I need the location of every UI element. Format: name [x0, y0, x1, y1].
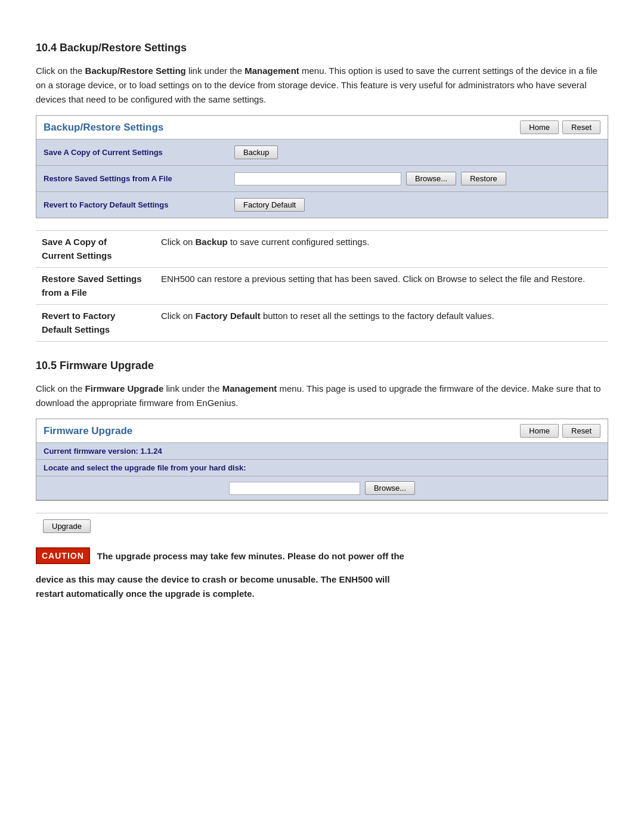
desc-term-save: Save A Copy ofCurrent Settings	[36, 231, 155, 268]
firmware-version-row: Current firmware version: 1.1.24	[36, 443, 608, 460]
caution-section: CAUTION The upgrade process may take few…	[36, 547, 608, 609]
restore-row: Restore Saved Settings from A File Brows…	[36, 166, 608, 192]
backup-save-row: Save A Copy of Current Settings Backup	[36, 140, 608, 166]
desc-def-restore: ENH500 can restore a previous setting th…	[155, 268, 608, 305]
backup-panel-title: Backup/Restore Settings	[44, 122, 163, 134]
backup-save-content: Backup	[234, 145, 600, 159]
backup-panel-reset-button[interactable]: Reset	[562, 120, 600, 134]
backup-save-label: Save A Copy of Current Settings	[44, 148, 234, 157]
firmware-reset-button[interactable]: Reset	[562, 424, 600, 438]
firmware-locate-label: Locate and select the upgrade file from …	[44, 463, 246, 472]
firmware-home-button[interactable]: Home	[520, 424, 559, 438]
factory-default-row: Revert to Factory Default Settings Facto…	[36, 192, 608, 218]
desc-def-save: Click on Backup to save current configur…	[155, 231, 608, 268]
firmware-locate-row: Locate and select the upgrade file from …	[36, 460, 608, 476]
backup-panel-home-button[interactable]: Home	[520, 120, 559, 134]
factory-default-button[interactable]: Factory Default	[234, 198, 305, 212]
restore-browse-button[interactable]: Browse...	[406, 172, 456, 185]
restore-label: Restore Saved Settings from A File	[44, 174, 234, 183]
restore-button[interactable]: Restore	[461, 172, 506, 185]
factory-default-label: Revert to Factory Default Settings	[44, 200, 234, 209]
desc-term-factory: Revert to FactoryDefault Settings	[36, 305, 155, 342]
section2-intro: Click on the Firmware Upgrade link under…	[36, 382, 608, 410]
section-heading-1: 10.4 Backup/Restore Settings	[36, 42, 608, 54]
firmware-browse-button[interactable]: Browse...	[365, 481, 415, 495]
backup-restore-panel: Backup/Restore Settings Home Reset Save …	[36, 115, 608, 218]
caution-header: CAUTION The upgrade process may take few…	[36, 547, 608, 564]
firmware-file-input[interactable]	[229, 482, 360, 495]
restore-content: Browse... Restore	[234, 172, 600, 185]
backup-panel-header-buttons: Home Reset	[520, 120, 600, 134]
caution-badge: CAUTION	[36, 547, 90, 564]
desc-def-factory: Click on Factory Default button to reset…	[155, 305, 608, 342]
firmware-panel: Firmware Upgrade Home Reset Current firm…	[36, 419, 608, 501]
backup-panel-header: Backup/Restore Settings Home Reset	[36, 116, 608, 140]
desc-row-restore: Restore Saved Settingsfrom a File ENH500…	[36, 268, 608, 305]
firmware-version-label: Current firmware version: 1.1.24	[44, 447, 162, 456]
desc-row-factory: Revert to FactoryDefault Settings Click …	[36, 305, 608, 342]
backup-button[interactable]: Backup	[234, 145, 278, 159]
firmware-panel-header-buttons: Home Reset	[520, 424, 600, 438]
factory-default-content: Factory Default	[234, 198, 600, 212]
section1-intro: Click on the Backup/Restore Setting link…	[36, 64, 608, 107]
desc-term-restore: Restore Saved Settingsfrom a File	[36, 268, 155, 305]
firmware-panel-header: Firmware Upgrade Home Reset	[36, 419, 608, 443]
backup-desc-table: Save A Copy ofCurrent Settings Click on …	[36, 230, 608, 342]
firmware-browse-row: Browse...	[36, 476, 608, 500]
restore-file-input[interactable]	[234, 172, 401, 185]
upgrade-button[interactable]: Upgrade	[43, 519, 91, 533]
caution-body-text: device as this may cause the device to c…	[36, 572, 608, 601]
firmware-browse-inner: Browse...	[229, 481, 415, 495]
caution-inline-text: The upgrade process may take few minutes…	[97, 551, 404, 561]
upgrade-button-row: Upgrade	[36, 513, 608, 539]
desc-row-save: Save A Copy ofCurrent Settings Click on …	[36, 231, 608, 268]
section-heading-2: 10.5 Firmware Upgrade	[36, 360, 608, 372]
firmware-panel-title: Firmware Upgrade	[44, 425, 132, 437]
